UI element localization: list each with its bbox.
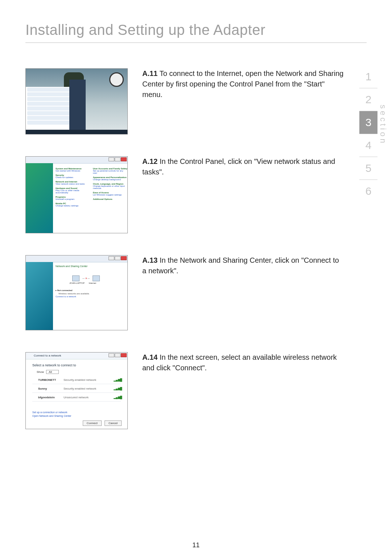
show-label: Show	[37, 370, 44, 374]
step-a11: A.11 To connect to the Internet, open th…	[25, 68, 367, 134]
nsc-header: Network and Sharing Center	[56, 265, 87, 267]
connect-button[interactable]: Connect	[83, 420, 102, 426]
signal-icon: ▂▄▆█	[114, 378, 121, 382]
step-a11-num: A.11	[142, 69, 158, 77]
screenshot-a11	[25, 68, 128, 134]
section-nav-4[interactable]: 4	[359, 134, 377, 157]
cancel-button[interactable]: Cancel	[105, 420, 122, 426]
screenshot-a13: Network and Sharing Center — ✕ — JOHN-LA…	[25, 255, 128, 330]
dlg-links: Set up a connection or network Open Netw…	[32, 411, 71, 418]
step-a14-body: In the next screen, select an available …	[142, 353, 337, 372]
step-a13-num: A.13	[142, 256, 158, 264]
step-a13-text: A.13 In the Network and Sharing Center, …	[142, 255, 367, 276]
page-number: 11	[0, 541, 392, 549]
section-nav-3[interactable]: 3	[359, 111, 377, 134]
signal-icon: ▂▄▆█	[114, 396, 121, 399]
nsc-hint: Wireless networks are available.	[58, 293, 90, 295]
step-a12-text: A.12 In the Control Panel, click on "Vie…	[142, 156, 367, 177]
nsc-status: Not connected	[57, 289, 73, 291]
network-row-1[interactable]: TURBONETT Security-enabled network ▂▄▆█	[32, 376, 121, 384]
dlg-subtitle: Select a network to connect to	[32, 363, 76, 367]
step-a12-num: A.12	[142, 157, 158, 165]
section-nav: section 1 2 3 4 5 6	[359, 65, 377, 202]
signal-icon: ▂▄▆█	[114, 387, 121, 390]
step-a12-body: In the Control Panel, click on "View net…	[142, 157, 335, 176]
show-dropdown[interactable]: All	[46, 370, 59, 374]
step-a11-body: To connect to the Internet, open the Net…	[142, 69, 343, 98]
section-nav-2[interactable]: 2	[359, 88, 377, 111]
step-a13: Network and Sharing Center — ✕ — JOHN-LA…	[25, 255, 367, 330]
cp-col-a: System and MaintenanceGet started with W…	[56, 165, 90, 231]
screenshot-a12: System and MaintenanceGet started with W…	[25, 156, 128, 233]
network-row-3[interactable]: bfgoodstein Unsecured network ▂▄▆█	[32, 393, 121, 402]
nsc-connect-link: Connect to a network	[56, 295, 76, 298]
step-a14-text: A.14 In the next screen, select an avail…	[142, 352, 367, 373]
step-a12: System and MaintenanceGet started with W…	[25, 156, 367, 233]
section-nav-6[interactable]: 6	[359, 180, 377, 202]
page-title: Installing and Setting up the Adapter	[25, 22, 367, 38]
network-row-2[interactable]: Sunny Security-enabled network ▂▄▆█	[32, 384, 121, 393]
title-rule	[25, 43, 367, 43]
dlg-title: Connect to a network	[34, 354, 61, 357]
step-a14-num: A.14	[142, 353, 158, 361]
step-a13-body: In the Network and Sharing Center, click…	[142, 256, 339, 275]
section-label: section	[378, 105, 388, 145]
cp-col-b: User Accounts and Family SafetySet up pa…	[93, 165, 127, 231]
screenshot-a14: Connect to a network Select a network to…	[25, 352, 128, 429]
step-a11-text: A.11 To connect to the Internet, open th…	[142, 68, 367, 100]
nsc-diagram: — ✕ — JOHN-LAPTOP Internet	[69, 275, 103, 284]
section-nav-5[interactable]: 5	[359, 157, 377, 180]
step-a14: Connect to a network Select a network to…	[25, 352, 367, 429]
section-nav-1[interactable]: 1	[359, 65, 377, 88]
